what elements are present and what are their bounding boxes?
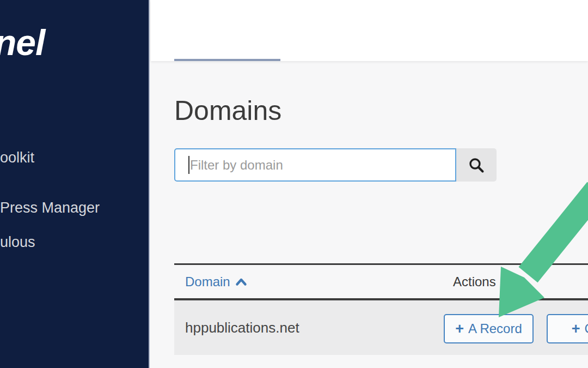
cname-button-label: CN (585, 321, 588, 336)
domain-cell: hppublications.net (174, 319, 299, 336)
cpanel-logo[interactable]: nel (0, 22, 45, 63)
sidebar-item-press-manager[interactable]: Press Manager (0, 200, 100, 216)
cpanel-domains-page: { "icons": { "plus": "+" }, "sidebar": {… (0, 0, 588, 368)
plus-icon: + (455, 322, 464, 336)
sidebar: nel oolkit Press Manager ulous (0, 0, 150, 368)
text-cursor (188, 156, 189, 174)
active-tab-underline (174, 59, 280, 61)
domain-filter-group (174, 148, 497, 182)
sidebar-item-toolkit[interactable]: oolkit (0, 149, 34, 166)
domain-column-label: Domain (185, 274, 230, 289)
add-a-record-button[interactable]: + A Record (444, 314, 534, 343)
filter-by-domain-input[interactable] (174, 148, 456, 182)
table-header-row: Domain Actions (174, 263, 588, 300)
sort-ascending-icon (235, 277, 247, 286)
table-row: hppublications.net + A Record + CN (174, 300, 588, 355)
plus-icon: + (572, 322, 580, 336)
page-title: Domains (174, 94, 281, 127)
a-record-button-label: A Record (468, 321, 522, 336)
domains-table: Domain Actions hppublications.net + A Re… (174, 263, 588, 355)
sidebar-item-ulous[interactable]: ulous (0, 234, 35, 251)
column-header-actions: Actions (453, 265, 496, 298)
search-icon (468, 157, 485, 173)
add-cname-record-button[interactable]: + CN (547, 314, 588, 343)
column-header-domain[interactable]: Domain (174, 274, 247, 289)
main-content: Domains Domain Actions hppublications.ne… (151, 61, 588, 368)
page-header-band (151, 0, 588, 61)
search-button[interactable] (456, 148, 497, 182)
